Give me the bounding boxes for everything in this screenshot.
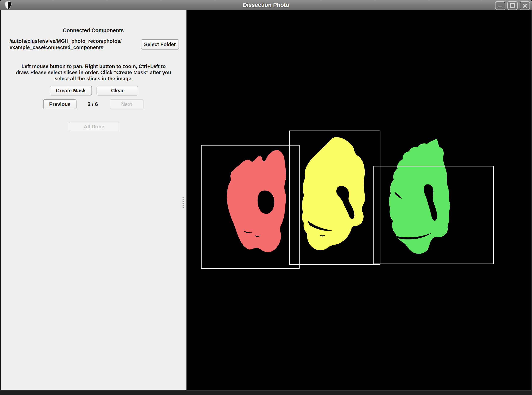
window-title: Dissection Photo	[0, 0, 532, 10]
window-controls	[495, 1, 530, 10]
instructions-line3: select all the slices in the image.	[9, 76, 179, 82]
previous-button[interactable]: Previous	[43, 99, 77, 109]
instructions-line2: draw. Please select slices in order. Cli…	[9, 69, 179, 76]
window-bottom-frame	[0, 390, 532, 395]
close-button[interactable]	[520, 1, 530, 10]
panel-title: Connected Components	[1, 27, 186, 33]
image-viewer[interactable]	[187, 10, 532, 390]
app-window: Dissection Photo Connected Components /a…	[0, 0, 532, 395]
instructions-line1: Left mouse button to pan, Right button t…	[9, 63, 179, 69]
control-panel: Connected Components /autofs/cluster/viv…	[0, 10, 187, 390]
dissection-photo-view	[187, 10, 532, 390]
folder-path: /autofs/cluster/vive/MGH_photo_recon/pho…	[10, 38, 122, 51]
minimize-button[interactable]	[495, 1, 505, 10]
titlebar: Dissection Photo	[0, 0, 532, 10]
minimize-icon	[499, 6, 502, 7]
create-mask-button[interactable]: Create Mask	[50, 86, 92, 95]
brain-slice-red[interactable]	[227, 150, 286, 252]
maximize-button[interactable]	[507, 1, 518, 10]
brain-slice-yellow[interactable]	[302, 137, 365, 250]
window-right-frame	[531, 10, 532, 395]
next-button[interactable]: Next	[110, 99, 143, 109]
maximize-icon	[510, 3, 515, 8]
all-done-button[interactable]: All Done	[69, 122, 119, 131]
folder-path-line2: example_case/connected_components	[10, 44, 122, 51]
close-icon	[523, 4, 527, 8]
content-area: Connected Components /autofs/cluster/viv…	[0, 10, 532, 390]
instructions-text: Left mouse button to pan, Right button t…	[9, 63, 179, 82]
clear-button[interactable]: Clear	[97, 86, 138, 95]
brain-slice-green[interactable]	[389, 139, 450, 254]
page-indicator: 2 / 6	[79, 99, 106, 109]
folder-path-line1: /autofs/cluster/vive/MGH_photo_recon/pho…	[10, 38, 122, 44]
select-folder-button[interactable]: Select Folder	[141, 39, 179, 49]
splitter-handle[interactable]	[182, 197, 184, 208]
